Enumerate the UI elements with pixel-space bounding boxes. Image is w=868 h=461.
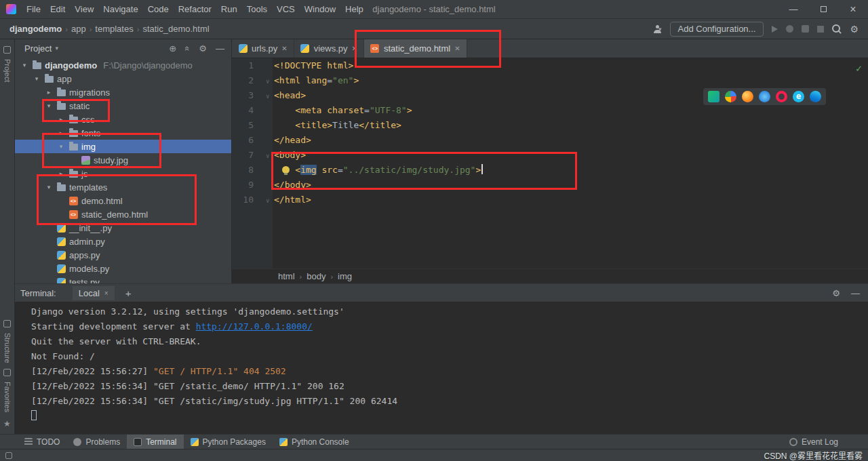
menu-vcs[interactable]: VCS [272,4,300,14]
stop-icon[interactable] [817,26,824,33]
maximize-button[interactable] [808,0,838,18]
menu-run[interactable]: Run [216,4,242,14]
toolwindow-button-event-log[interactable]: Event Log [783,435,845,449]
chevron-right-icon[interactable]: ▸ [45,89,53,96]
breadcrumb-item-app[interactable]: app [71,24,86,34]
menu-view[interactable]: View [70,4,98,14]
terminal-output[interactable]: Django version 3.2.12, using settings 'd… [15,302,868,434]
intention-bulb-icon[interactable] [282,166,290,174]
breadcrumb-item-templates[interactable]: templates [95,24,133,34]
safari-browser-icon[interactable] [759,91,770,102]
new-terminal-session-icon[interactable]: + [125,287,132,299]
firefox-browser-icon[interactable] [742,91,753,102]
tab-close-icon[interactable]: × [104,289,108,297]
minimize-button[interactable]: — [778,0,808,18]
fold-marker-icon[interactable]: ∨ [266,73,273,88]
menu-refactor[interactable]: Refactor [174,4,216,14]
toolwindow-button-python-packages[interactable]: Python Packages [184,435,273,449]
code-line-7[interactable]: 7∨<body> [232,148,868,163]
tree-item-js[interactable]: ▸js [15,167,231,180]
chrome-browser-icon[interactable] [725,91,736,102]
tab-close-icon[interactable]: ✕ [352,45,357,52]
code-line-2[interactable]: 2∨<html lang="en"> [232,73,868,88]
tree-item-app[interactable]: ▾app [15,72,231,85]
menu-tools[interactable]: Tools [242,4,272,14]
tree-item-migrations[interactable]: ▸migrations [15,85,231,99]
tree-item-study-jpg[interactable]: study.jpg [15,153,231,167]
menu-code[interactable]: Code [143,4,174,14]
project-panel-title[interactable]: Project [24,43,52,54]
breadcrumb-item-html[interactable]: html [278,271,295,281]
tab-close-icon[interactable]: ✕ [281,45,287,52]
toolwindow-button-python-console[interactable]: Python Console [273,435,356,449]
chevron-right-icon[interactable]: ▸ [57,129,65,136]
code-line-6[interactable]: 6</head> [232,133,868,148]
fold-marker-icon[interactable]: ∨ [266,148,273,163]
breadcrumb-item-img[interactable]: img [338,271,352,281]
editor-tab-views-py[interactable]: views.py✕ [294,39,364,58]
chevron-down-icon[interactable]: ▾ [45,184,53,191]
tree-item-css[interactable]: ▸css [15,113,231,126]
editor-tab-static-demo-html[interactable]: static_demo.html✕ [364,39,467,58]
tree-item-templates[interactable]: ▾templates [15,180,231,194]
chevron-right-icon[interactable]: ▸ [57,170,65,177]
terminal-tab-local[interactable]: Local × [73,286,115,300]
hide-panel-icon[interactable]: — [216,43,224,54]
structure-toolwindow-icon[interactable] [3,320,11,327]
chevron-down-icon[interactable]: ▾ [55,45,58,52]
breadcrumb-item-djangodemo[interactable]: djangodemo [9,24,62,34]
toolwindow-button-todo[interactable]: TODO [18,435,66,449]
tree-item-static[interactable]: ▾static [15,99,231,113]
stripe-label-structure[interactable]: Structure [3,333,12,363]
code-line-8[interactable]: 8 <img src="../static/img/study.jpg"> [232,163,868,178]
toolwindow-button-terminal[interactable]: Terminal [127,435,183,449]
opera-browser-icon[interactable] [776,91,787,102]
run-icon[interactable] [772,26,778,33]
user-menu[interactable]: ▾ [653,25,662,33]
settings-gear-icon[interactable]: ⚙ [850,24,859,34]
profiler-icon[interactable] [802,25,809,33]
locate-file-icon[interactable]: ⊕ [169,43,176,54]
search-everywhere-icon[interactable] [832,24,842,34]
gear-icon[interactable]: ⚙ [832,288,840,298]
tree-item-models-py[interactable]: models.py [15,262,231,275]
inspection-ok-icon[interactable]: ✓ [856,62,862,75]
tree-item-init-py[interactable]: __init__.py [15,221,231,235]
tree-item-fonts[interactable]: ▸fonts [15,126,231,140]
favorites-star-icon[interactable]: ★ [3,419,11,428]
stripe-label-project[interactable]: Project [3,59,12,82]
add-configuration-button[interactable]: Add Configuration... [670,22,764,37]
code-line-5[interactable]: 5 <title>Title</title> [232,118,868,133]
close-button[interactable]: × [838,0,868,18]
chevron-down-icon[interactable]: ▾ [33,75,41,82]
collapse-all-icon[interactable]: « [182,45,193,50]
chevron-down-icon[interactable]: ▾ [20,62,28,68]
favorites-toolwindow-icon[interactable] [3,369,11,376]
tree-item-apps-py[interactable]: apps.py [15,248,231,262]
terminal-link[interactable]: http://127.0.0.1:8000/ [196,321,313,332]
menu-file[interactable]: File [22,4,45,14]
stripe-label-favorites[interactable]: Favorites [3,382,12,412]
breadcrumb-item-body[interactable]: body [307,271,326,281]
tree-item-static-demo-html[interactable]: static_demo.html [15,207,231,221]
tab-close-icon[interactable]: ✕ [454,45,460,52]
pycharm-browser-icon[interactable] [708,91,719,102]
code-line-10[interactable]: 10∨</html> [232,193,868,207]
toolwindow-toggle-icon[interactable] [5,452,12,459]
chevron-down-icon[interactable]: ▾ [57,143,65,150]
ie-browser-icon[interactable] [793,91,804,102]
toolwindow-button-problems[interactable]: Problems [66,435,127,449]
breadcrumb-item-static-demo-html[interactable]: static_demo.html [142,24,209,34]
debug-icon[interactable] [786,25,793,33]
menu-help[interactable]: Help [340,4,368,14]
tree-item-admin-py[interactable]: admin.py [15,235,231,248]
tree-item-img[interactable]: ▾img [15,140,231,153]
chevron-right-icon[interactable]: ▸ [57,116,65,123]
tree-item-demo-html[interactable]: demo.html [15,194,231,207]
menu-navigate[interactable]: Navigate [98,4,142,14]
code-line-9[interactable]: 9</body> [232,178,868,193]
fold-marker-icon[interactable]: ∨ [266,88,273,103]
terminal-cursor[interactable] [31,410,37,420]
code-line-1[interactable]: 1<!DOCTYPE html> [232,58,868,73]
menu-edit[interactable]: Edit [45,4,70,14]
